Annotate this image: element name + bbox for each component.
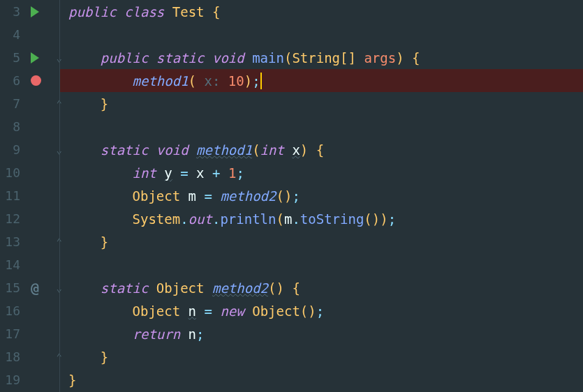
gutter-line[interactable]: 17 — [0, 322, 59, 345]
type: String — [292, 50, 340, 66]
method-call: println — [220, 211, 276, 227]
keyword: return — [133, 326, 181, 342]
line-number: 13 — [0, 234, 22, 249]
keyword: static — [101, 280, 149, 296]
run-icon[interactable] — [31, 52, 39, 63]
gutter-line[interactable]: 18 ⌃ — [0, 345, 59, 368]
code-line[interactable]: return n; — [60, 322, 583, 345]
code-line[interactable]: public static void main(String[] args) { — [60, 46, 583, 69]
code-line[interactable]: } — [60, 368, 583, 391]
paren: ( — [364, 211, 371, 227]
gutter-line[interactable]: 16 — [0, 299, 59, 322]
dot: . — [212, 211, 220, 227]
paren: ) — [284, 188, 292, 204]
variable: m — [284, 211, 292, 227]
operator: = — [180, 165, 188, 181]
variable: n — [189, 326, 196, 342]
paren: ) — [396, 50, 404, 66]
paren: ) — [244, 73, 252, 89]
gutter-line[interactable]: 4 — [0, 23, 59, 46]
method-call: method1 — [133, 73, 189, 89]
variable: y — [164, 165, 172, 181]
semicolon: ; — [236, 165, 244, 181]
method-name: method1 — [196, 142, 252, 158]
gutter-line[interactable]: 5 ⌄ — [0, 46, 59, 69]
paren: ( — [276, 188, 284, 204]
bracket: [ — [340, 50, 348, 66]
code-line[interactable]: int y = x + 1; — [60, 161, 583, 184]
gutter-line[interactable]: 9 ⌄ — [0, 138, 59, 161]
line-number: 8 — [0, 119, 22, 134]
param: x — [292, 142, 300, 158]
code-line-highlighted[interactable]: method1( x: 10); — [60, 69, 583, 92]
paren: ( — [276, 211, 283, 227]
semicolon: ; — [316, 303, 324, 319]
line-number: 5 — [0, 50, 22, 65]
paren: ) — [380, 211, 388, 227]
code-line[interactable]: } — [60, 92, 583, 115]
code-line[interactable] — [60, 115, 583, 138]
method-name: method2 — [212, 280, 268, 296]
recursive-icon[interactable]: @ — [31, 280, 39, 296]
type: Object — [133, 303, 181, 319]
paren: ) — [276, 280, 283, 296]
type: int — [260, 142, 284, 158]
field: out — [189, 211, 212, 227]
gutter-icons — [22, 6, 59, 17]
code-line[interactable]: public class Test { — [60, 0, 583, 23]
brace: { — [412, 50, 420, 66]
semicolon: ; — [292, 188, 300, 204]
gutter-line[interactable]: 15 @ ⌄ — [0, 276, 59, 299]
breakpoint-icon[interactable] — [31, 75, 41, 86]
gutter-line[interactable]: 8 — [0, 115, 59, 138]
code-line[interactable] — [60, 23, 583, 46]
paren: ) — [300, 142, 308, 158]
number: 1 — [228, 165, 236, 181]
keyword: public — [101, 50, 149, 66]
brace: } — [101, 96, 108, 112]
line-number: 16 — [0, 303, 22, 318]
gutter-icons: @ ⌄ — [22, 280, 59, 296]
code-area[interactable]: public class Test { public static void m… — [59, 0, 583, 392]
line-number: 11 — [0, 188, 22, 203]
gutter-line[interactable]: 3 — [0, 0, 59, 23]
line-number: 7 — [0, 96, 22, 111]
gutter-line[interactable]: 13 ⌃ — [0, 230, 59, 253]
code-line[interactable]: Object n = new Object(); — [60, 299, 583, 322]
gutter-line[interactable]: 19 — [0, 368, 59, 391]
gutter-line[interactable]: 14 — [0, 253, 59, 276]
gutter: 3 4 5 ⌄ 6 7 ⌃ — [0, 0, 59, 392]
gutter-line[interactable]: 10 — [0, 161, 59, 184]
operator: + — [212, 165, 220, 181]
keyword: static — [101, 142, 149, 158]
method-name: main — [252, 50, 284, 66]
code-line[interactable]: static Object method2() { — [60, 276, 583, 299]
cursor — [260, 73, 262, 89]
brace: } — [101, 349, 108, 365]
gutter-line[interactable]: 12 — [0, 207, 59, 230]
variable: n — [189, 303, 196, 319]
code-line[interactable]: Object m = method2(); — [60, 184, 583, 207]
parameter-hint: x: — [196, 73, 228, 89]
line-number: 4 — [0, 27, 22, 42]
gutter-line[interactable]: 6 — [0, 69, 59, 92]
keyword: void — [156, 142, 189, 158]
keyword: public — [68, 4, 117, 20]
gutter-line[interactable]: 11 — [0, 184, 59, 207]
class-name: Test — [172, 4, 205, 20]
run-icon[interactable] — [31, 6, 39, 17]
code-line[interactable] — [60, 253, 583, 276]
gutter-icons — [22, 75, 59, 86]
line-number: 17 — [0, 326, 22, 341]
paren: ( — [284, 50, 292, 66]
code-line[interactable]: } — [60, 345, 583, 368]
code-line[interactable]: System.out.println(m.toString()); — [60, 207, 583, 230]
brace: { — [316, 142, 324, 158]
type: int — [133, 165, 156, 181]
type: Object — [252, 303, 300, 319]
code-line[interactable]: } — [60, 230, 583, 253]
gutter-line[interactable]: 7 ⌃ — [0, 92, 59, 115]
operator: = — [205, 188, 212, 204]
param: args — [364, 50, 396, 66]
code-line[interactable]: static void method1(int x) { — [60, 138, 583, 161]
